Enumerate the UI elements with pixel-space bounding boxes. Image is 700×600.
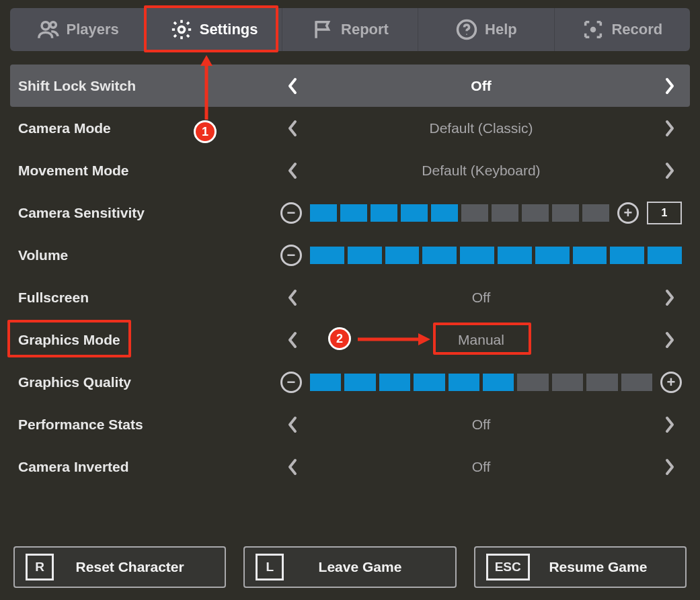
graphics-quality-slider[interactable]	[310, 374, 652, 391]
label-graphics-quality: Graphics Quality	[18, 374, 280, 390]
slider-cell[interactable]	[310, 247, 344, 264]
label-fullscreen: Fullscreen	[18, 290, 280, 306]
performance-stats-value: Off	[305, 417, 658, 433]
movement-mode-next-button[interactable]	[658, 159, 682, 183]
tab-players[interactable]: Players	[10, 8, 146, 51]
reset-label: Reset Character	[46, 559, 214, 575]
label-graphics-mode: Graphics Mode	[18, 332, 280, 348]
tab-record[interactable]: Record	[555, 8, 690, 51]
gear-icon	[170, 18, 193, 41]
graphics-quality-decrease-button[interactable]: −	[280, 372, 302, 393]
camera-sensitivity-slider[interactable]	[310, 204, 609, 222]
tab-help[interactable]: Help	[418, 8, 554, 51]
bottom-bar: R Reset Character L Leave Game ESC Resum…	[13, 546, 687, 588]
fullscreen-value: Off	[305, 290, 658, 306]
resume-label: Resume Game	[522, 559, 674, 575]
graphics-mode-next-button[interactable]	[658, 328, 682, 352]
tab-label: Report	[341, 21, 389, 38]
slider-cell[interactable]	[586, 374, 617, 391]
volume-decrease-button[interactable]: −	[280, 245, 302, 266]
camera-inverted-prev-button[interactable]	[280, 455, 305, 479]
leave-label: Leave Game	[276, 559, 444, 575]
slider-cell[interactable]	[449, 374, 479, 391]
slider-cell[interactable]	[573, 247, 607, 264]
camera-mode-next-button[interactable]	[658, 116, 682, 140]
camera-sensitivity-decrease-button[interactable]: −	[280, 202, 302, 224]
players-icon	[37, 18, 60, 41]
row-fullscreen: Fullscreen Off	[10, 276, 690, 318]
slider-cell[interactable]	[348, 247, 382, 264]
slider-cell[interactable]	[621, 374, 652, 391]
slider-cell[interactable]	[552, 374, 583, 391]
graphics-mode-value: Manual	[305, 332, 658, 348]
tab-label: Settings	[200, 21, 258, 38]
slider-cell[interactable]	[461, 204, 488, 222]
slider-cell[interactable]	[552, 204, 579, 222]
slider-cell[interactable]	[385, 247, 420, 264]
slider-cell[interactable]	[414, 374, 444, 391]
fullscreen-prev-button[interactable]	[280, 286, 305, 310]
row-volume: Volume −	[10, 234, 690, 276]
slider-cell[interactable]	[498, 247, 532, 264]
slider-cell[interactable]	[310, 204, 337, 222]
svg-point-1	[50, 22, 56, 28]
label-movement-mode: Movement Mode	[18, 163, 280, 179]
svg-point-0	[42, 22, 49, 30]
slider-cell[interactable]	[460, 247, 494, 264]
svg-point-2	[178, 26, 184, 32]
camera-mode-prev-button[interactable]	[280, 116, 305, 140]
row-graphics-quality: Graphics Quality − +	[10, 361, 690, 403]
slider-cell[interactable]	[483, 374, 514, 391]
shift-lock-value: Off	[305, 78, 658, 94]
performance-stats-prev-button[interactable]	[280, 413, 305, 437]
tab-bar: Players Settings Report Help Record	[10, 8, 690, 51]
camera-sensitivity-increase-button[interactable]: +	[617, 202, 639, 224]
label-camera-inverted: Camera Inverted	[18, 459, 280, 475]
slider-cell[interactable]	[344, 374, 375, 391]
label-shift-lock: Shift Lock Switch	[18, 78, 280, 94]
slider-cell[interactable]	[610, 247, 644, 264]
row-shift-lock: Shift Lock Switch Off	[10, 65, 690, 107]
camera-mode-value: Default (Classic)	[305, 120, 658, 136]
svg-point-4	[466, 34, 467, 35]
slider-cell[interactable]	[371, 204, 397, 222]
slider-cell[interactable]	[522, 204, 549, 222]
row-camera-mode: Camera Mode Default (Classic)	[10, 107, 690, 149]
slider-cell[interactable]	[310, 374, 341, 391]
camera-inverted-next-button[interactable]	[658, 455, 682, 479]
movement-mode-value: Default (Keyboard)	[305, 163, 658, 179]
slider-cell[interactable]	[379, 374, 410, 391]
tab-report[interactable]: Report	[282, 8, 418, 51]
tab-settings[interactable]: Settings	[146, 8, 282, 51]
graphics-quality-increase-button[interactable]: +	[660, 372, 682, 393]
shift-lock-prev-button[interactable]	[280, 74, 305, 98]
fullscreen-next-button[interactable]	[658, 286, 682, 310]
slider-cell[interactable]	[535, 247, 570, 264]
slider-cell[interactable]	[582, 204, 609, 222]
label-camera-sensitivity: Camera Sensitivity	[18, 205, 280, 221]
label-camera-mode: Camera Mode	[18, 120, 280, 136]
slider-cell[interactable]	[648, 247, 682, 264]
settings-panel: Shift Lock Switch Off Camera Mode Defaul…	[10, 65, 690, 488]
slider-cell[interactable]	[422, 247, 457, 264]
flag-icon	[311, 18, 334, 41]
slider-cell[interactable]	[492, 204, 518, 222]
slider-cell[interactable]	[517, 374, 548, 391]
slider-cell[interactable]	[340, 204, 367, 222]
slider-cell[interactable]	[431, 204, 458, 222]
slider-cell[interactable]	[401, 204, 428, 222]
label-volume: Volume	[18, 247, 280, 263]
leave-game-button[interactable]: L Leave Game	[243, 546, 456, 588]
help-icon	[455, 18, 478, 41]
row-camera-sensitivity: Camera Sensitivity − + 1	[10, 191, 690, 234]
graphics-mode-prev-button[interactable]	[280, 328, 305, 352]
tab-label: Record	[611, 21, 662, 38]
shift-lock-next-button[interactable]	[658, 74, 682, 98]
performance-stats-next-button[interactable]	[658, 413, 682, 437]
reset-character-button[interactable]: R Reset Character	[13, 546, 226, 588]
tab-label: Players	[67, 21, 119, 38]
volume-slider[interactable]	[310, 247, 682, 264]
movement-mode-prev-button[interactable]	[280, 159, 305, 183]
resume-game-button[interactable]: ESC Resume Game	[474, 546, 687, 588]
camera-sensitivity-value-box[interactable]: 1	[647, 202, 682, 224]
